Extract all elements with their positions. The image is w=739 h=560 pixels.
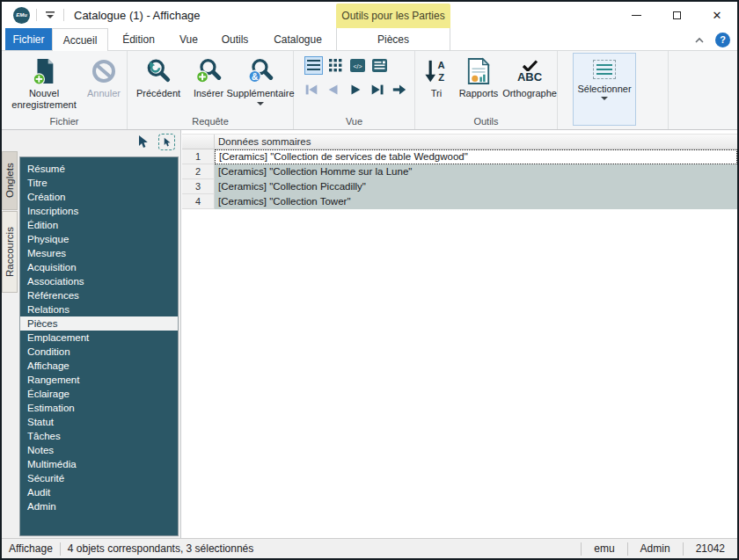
- sort-label: Tri: [431, 88, 442, 99]
- row-summary[interactable]: [Ceramics] "Collection Homme sur la Lune…: [215, 164, 737, 179]
- tab-accueil[interactable]: Accueil: [52, 28, 108, 51]
- table-row[interactable]: 4[Ceramics] "Collection Tower": [182, 194, 737, 209]
- sidebar-item-physique[interactable]: Physique: [20, 232, 178, 246]
- sidebar-item-rangement[interactable]: Rangement: [20, 373, 178, 387]
- insert-query-button[interactable]: Insérer: [187, 55, 230, 99]
- sidebar-item-inscriptions[interactable]: Inscriptions: [20, 204, 178, 218]
- tab-edition[interactable]: Édition: [108, 28, 169, 50]
- tab-outils[interactable]: Outils: [209, 28, 261, 50]
- group-label-requete: Requête: [128, 116, 293, 127]
- sidebar-item-condition[interactable]: Condition: [20, 345, 178, 359]
- sidebar-list: RésuméTitreCréationInscriptionsÉditionPh…: [19, 156, 179, 536]
- sidebar-item-eclairage[interactable]: Éclairage: [20, 387, 178, 401]
- spelling-icon: ABC: [517, 55, 542, 88]
- sidebar-item-pieces[interactable]: Pièces: [20, 316, 178, 331]
- insert-query-icon: [195, 55, 222, 88]
- spelling-button[interactable]: ABC Orthographe: [503, 55, 556, 99]
- last-record-button[interactable]: [369, 83, 386, 97]
- grid-view-button[interactable]: [326, 56, 345, 75]
- close-icon: ✕: [713, 10, 722, 21]
- tab-pieces[interactable]: Pièces: [336, 28, 450, 51]
- select-icon-stripes: [596, 64, 612, 76]
- maximize-icon: [673, 11, 681, 19]
- sidebar-item-admin[interactable]: Admin: [20, 499, 178, 513]
- sidebar-item-edition[interactable]: Édition: [20, 218, 178, 232]
- sidebar-item-multimedia[interactable]: Multimédia: [20, 457, 178, 471]
- cancel-button: Annuler: [83, 55, 125, 99]
- table-row[interactable]: 3[Ceramics] "Collection Piccadilly": [182, 179, 737, 194]
- collapse-ribbon-icon[interactable]: [692, 35, 706, 45]
- sidebar-item-acquisition[interactable]: Acquisition: [20, 260, 178, 274]
- previous-query-label: Précédent: [136, 88, 180, 99]
- statusbar-separator: [683, 542, 684, 556]
- close-button[interactable]: ✕: [697, 2, 737, 28]
- sidebar-item-emplacement[interactable]: Emplacement: [20, 331, 178, 345]
- svg-text:A: A: [438, 60, 445, 70]
- cancel-icon: [91, 55, 117, 88]
- titlebar-separator: [36, 9, 37, 21]
- sidebar-item-references[interactable]: Références: [20, 288, 178, 302]
- select-cursor-icon[interactable]: [135, 135, 150, 149]
- tab-fichier[interactable]: Fichier: [5, 28, 52, 50]
- row-summary[interactable]: [Ceramics] "Collection de services de ta…: [215, 149, 737, 164]
- code-view-button[interactable]: </>: [348, 56, 367, 75]
- row-number[interactable]: 4: [182, 194, 215, 209]
- app-window: EMu Catalogue (1) - Affichage Outils pou…: [0, 0, 739, 560]
- app-logo-icon[interactable]: EMu: [13, 7, 30, 24]
- sidebar-tab-raccourcis[interactable]: Raccourcis: [2, 211, 18, 293]
- next-record-button[interactable]: [347, 83, 364, 97]
- tab-catalogue[interactable]: Catalogue: [261, 28, 334, 50]
- form-view-button[interactable]: [370, 56, 389, 75]
- form-view-icon: [372, 59, 387, 72]
- list-view-button[interactable]: [304, 56, 323, 75]
- select-button[interactable]: Sélectionner: [573, 53, 636, 126]
- sidebar-item-affichage[interactable]: Affichage: [20, 359, 178, 373]
- svg-text:</>: </>: [353, 63, 362, 69]
- sidebar-item-mesures[interactable]: Mesures: [20, 246, 178, 260]
- row-summary[interactable]: [Ceramics] "Collection Tower": [215, 194, 737, 209]
- sidebar-item-securite[interactable]: Sécurité: [20, 471, 178, 485]
- sidebar-item-taches[interactable]: Tâches: [20, 429, 178, 443]
- sidebar-item-statut[interactable]: Statut: [20, 415, 178, 429]
- sidebar-item-titre[interactable]: Titre: [20, 176, 178, 190]
- sidebar-item-estimation[interactable]: Estimation: [20, 401, 178, 415]
- status-user: Admin: [635, 542, 676, 555]
- cancel-label: Annuler: [87, 88, 121, 99]
- row-summary[interactable]: [Ceramics] "Collection Piccadilly": [215, 179, 737, 194]
- additional-query-icon: &: [247, 55, 274, 88]
- table-row[interactable]: 1[Ceramics] "Collection de services de t…: [182, 149, 737, 164]
- sort-button[interactable]: A Z Tri: [421, 55, 452, 99]
- additional-query-button[interactable]: & Supplémentaire: [230, 55, 291, 105]
- select-all-cursor-icon[interactable]: [158, 134, 175, 150]
- window-title: Catalogue (1) - Affichage: [74, 9, 201, 22]
- sidebar-item-notes[interactable]: Notes: [20, 443, 178, 457]
- minimize-button[interactable]: [616, 2, 656, 28]
- summary-column-header[interactable]: Données sommaires: [215, 135, 737, 149]
- sidebar-tab-onglets[interactable]: Onglets: [2, 151, 18, 210]
- sidebar-item-resume[interactable]: Résumé: [20, 162, 178, 176]
- table-body: 1[Ceramics] "Collection de services de t…: [182, 149, 737, 209]
- status-database: emu: [589, 542, 619, 555]
- sidebar-item-creation[interactable]: Création: [20, 190, 178, 204]
- reports-button[interactable]: Rapports: [454, 55, 503, 99]
- previous-query-button[interactable]: Précédent: [131, 55, 186, 99]
- previous-record-button: [325, 83, 342, 97]
- table-row[interactable]: 2[Ceramics] "Collection Homme sur la Lun…: [182, 164, 737, 179]
- goto-record-button[interactable]: [391, 83, 408, 97]
- tab-vue[interactable]: Vue: [169, 28, 209, 50]
- row-number[interactable]: 3: [182, 179, 215, 194]
- row-number-column-header: [182, 135, 215, 149]
- quick-access-dropdown-icon[interactable]: [43, 8, 57, 22]
- view-mode-buttons: </>: [304, 56, 389, 75]
- sort-icon: A Z: [424, 55, 449, 88]
- sidebar-item-relations[interactable]: Relations: [20, 302, 178, 316]
- maximize-button[interactable]: [656, 2, 697, 28]
- row-number[interactable]: 2: [182, 164, 215, 179]
- new-record-button[interactable]: Nouvel enregistrement: [5, 55, 83, 111]
- sidebar-item-associations[interactable]: Associations: [20, 274, 178, 288]
- statusbar: Affichage 4 objets correspondants, 3 sél…: [2, 538, 737, 558]
- table-header: Données sommaires: [182, 134, 737, 149]
- row-number[interactable]: 1: [182, 149, 215, 164]
- sidebar-item-audit[interactable]: Audit: [20, 485, 178, 499]
- help-button[interactable]: ?: [715, 33, 730, 47]
